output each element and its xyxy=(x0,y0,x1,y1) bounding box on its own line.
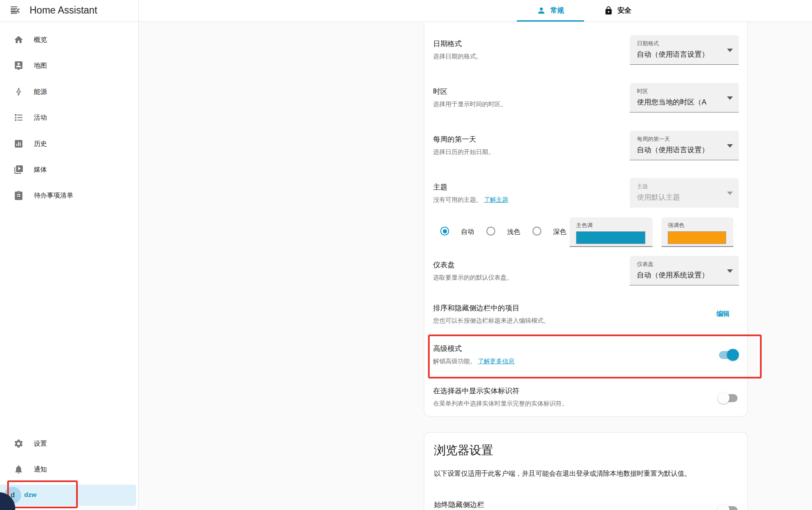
select-value: 使用默认主题 xyxy=(637,192,680,202)
sidebar-item-overview[interactable]: 概览 xyxy=(0,28,138,52)
radio-label-light[interactable]: 浅色 xyxy=(507,228,520,236)
theme-select: 主题 使用默认主题 xyxy=(630,178,739,208)
sidebar-item-todo[interactable]: 待办事项清单 xyxy=(0,184,138,207)
sidebar-item-label: 概览 xyxy=(34,36,47,44)
select-floating-label: 时区 xyxy=(637,88,648,95)
sidebar-item-label: 能源 xyxy=(34,88,47,96)
select-value: 自动（使用系统设置） xyxy=(637,270,709,280)
sidebar-item-label: 通知 xyxy=(34,465,47,474)
select-value: 使用您当地的时区（A xyxy=(637,97,706,107)
sidebar-item-label: 待办事项清单 xyxy=(34,191,73,200)
tab-security[interactable]: 安全 xyxy=(584,0,651,21)
edit-sidebar-button[interactable]: 编辑 xyxy=(716,310,730,318)
accent-color-swatch[interactable] xyxy=(668,231,726,244)
sidebar-item-label: 活动 xyxy=(34,113,47,122)
radio-label-auto[interactable]: 自动 xyxy=(461,228,474,236)
selected-tab-underline xyxy=(517,20,584,22)
always-hide-sidebar-toggle[interactable] xyxy=(719,506,738,510)
radio-theme-auto[interactable] xyxy=(440,227,449,236)
chevron-down-icon xyxy=(727,269,733,273)
sidebar-item-logbook[interactable]: 活动 xyxy=(0,106,138,129)
menu-open-icon[interactable] xyxy=(9,5,21,17)
radio-theme-light[interactable] xyxy=(486,227,495,236)
sidebar-item-notifications[interactable]: 通知 xyxy=(0,458,138,481)
chevron-down-icon xyxy=(727,144,733,148)
primary-color-field[interactable]: 主色调 xyxy=(570,217,653,247)
sidebar-order-description: 您也可以长按侧边栏标题来进入编辑模式。 xyxy=(433,317,550,325)
select-floating-label: 主题 xyxy=(637,183,648,190)
theme-description: 没有可用的主题。 了解主题 xyxy=(433,196,508,204)
entity-ids-description: 在菜单列表中选择实体时显示完整的实体标识符。 xyxy=(433,400,568,408)
list-icon xyxy=(14,112,24,123)
theme-description-text: 没有可用的主题。 xyxy=(433,196,482,203)
sidebar-divider xyxy=(138,0,139,510)
lightning-icon xyxy=(14,87,24,97)
tab-label: 安全 xyxy=(617,6,631,15)
first-day-description: 选择日历的开始日期。 xyxy=(433,148,494,156)
entity-ids-toggle[interactable] xyxy=(719,394,738,402)
sidebar-order-title: 排序和隐藏侧边栏中的项目 xyxy=(433,303,519,313)
timezone-description: 选择用于显示时间的时区。 xyxy=(433,100,507,108)
sidebar-item-label: 历史 xyxy=(34,140,47,148)
sidebar-item-history[interactable]: 历史 xyxy=(0,132,138,156)
learn-more-link[interactable]: 了解更多信息 xyxy=(478,358,515,365)
toggle-knob xyxy=(718,392,730,404)
lock-icon xyxy=(604,6,613,15)
sidebar-item-settings[interactable]: 设置 xyxy=(0,432,138,455)
accent-color-label: 强调色 xyxy=(668,222,684,229)
chevron-down-icon xyxy=(727,192,733,195)
learn-themes-link[interactable]: 了解主题 xyxy=(484,196,508,203)
advanced-mode-description-text: 解锁高级功能。 xyxy=(433,358,476,365)
first-day-select[interactable]: 每周的第一天 自动（使用语言设置） xyxy=(630,131,739,160)
tab-label: 常规 xyxy=(550,6,564,15)
person-icon xyxy=(537,6,546,15)
media-play-icon xyxy=(14,165,24,175)
primary-color-swatch[interactable] xyxy=(576,231,645,244)
advanced-mode-description: 解锁高级功能。 了解更多信息 xyxy=(433,357,515,365)
advanced-mode-toggle[interactable] xyxy=(719,351,738,359)
radio-label-dark[interactable]: 深色 xyxy=(553,228,566,236)
sidebar-item-label: 设置 xyxy=(34,439,47,448)
entity-ids-title: 在选择器中显示实体标识符 xyxy=(433,386,519,396)
select-value: 自动（使用语言设置） xyxy=(637,49,709,59)
timezone-title: 时区 xyxy=(433,87,447,96)
sidebar-item-map[interactable]: 地图 xyxy=(0,54,138,77)
bell-icon xyxy=(14,464,24,474)
accent-color-field[interactable]: 强调色 xyxy=(661,217,733,247)
select-value: 自动（使用语言设置） xyxy=(637,145,709,155)
always-hide-sidebar-title: 始终隐藏侧边栏 xyxy=(434,500,484,510)
tab-general[interactable]: 常规 xyxy=(517,0,584,21)
sidebar-item-energy[interactable]: 能源 xyxy=(0,80,138,104)
select-floating-label: 日期格式 xyxy=(637,40,659,47)
app-title: Home Assistant xyxy=(30,5,97,16)
dashboard-title: 仪表盘 xyxy=(433,260,455,270)
sidebar-item-media[interactable]: 媒体 xyxy=(0,158,138,181)
top-header-bar xyxy=(0,0,812,22)
chevron-down-icon xyxy=(727,49,733,52)
date-format-description: 选择日期的格式。 xyxy=(433,52,482,60)
date-format-select[interactable]: 日期格式 自动（使用语言设置） xyxy=(630,35,739,65)
primary-color-label: 主色调 xyxy=(576,222,593,229)
browser-settings-title: 浏览器设置 xyxy=(434,442,493,458)
theme-title: 主题 xyxy=(433,182,447,192)
sidebar-item-label: 地图 xyxy=(34,61,47,70)
advanced-mode-title: 高级模式 xyxy=(433,344,462,354)
dashboard-select[interactable]: 仪表盘 自动（使用系统设置） xyxy=(630,256,739,285)
date-format-title: 日期格式 xyxy=(433,39,462,49)
first-day-title: 每周的第一天 xyxy=(433,134,476,144)
chevron-down-icon xyxy=(727,96,733,100)
select-floating-label: 每周的第一天 xyxy=(637,135,670,143)
person-pin-icon xyxy=(14,60,24,71)
select-floating-label: 仪表盘 xyxy=(637,260,653,268)
home-icon xyxy=(14,35,24,45)
sidebar-item-user[interactable]: dzw xyxy=(24,491,36,499)
gear-icon xyxy=(14,439,24,449)
timezone-select[interactable]: 时区 使用您当地的时区（A xyxy=(630,83,739,112)
browser-settings-description: 以下设置仅适用于此客户端，并且可能会在退出登录或清除本地数据时重置为默认值。 xyxy=(434,469,691,478)
toggle-knob xyxy=(727,349,739,361)
clipboard-list-icon xyxy=(14,190,24,200)
radio-theme-dark[interactable] xyxy=(532,227,541,236)
dashboard-description: 选取要显示的的默认仪表盘。 xyxy=(433,274,513,282)
bar-chart-icon xyxy=(14,139,24,149)
tab-bar: 常规 安全 xyxy=(517,0,651,21)
